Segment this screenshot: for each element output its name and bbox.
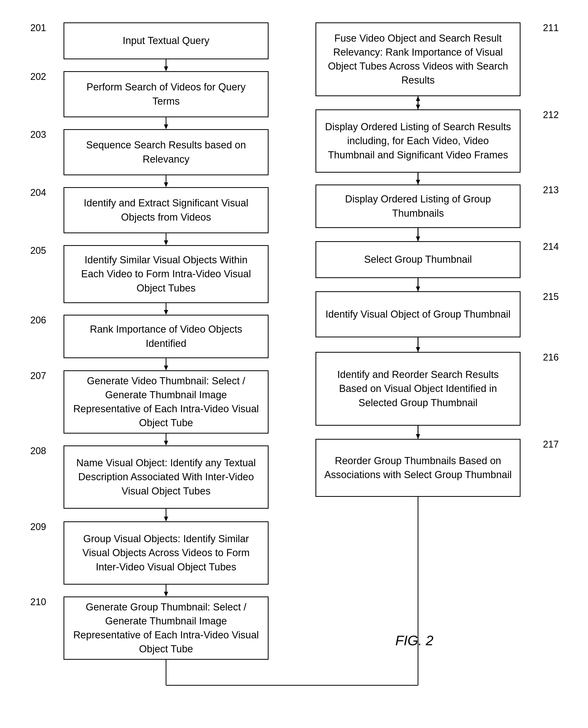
- step-label-209: 209: [30, 521, 46, 533]
- box-212: Display Ordered Listing of Search Result…: [315, 109, 521, 173]
- step-label-213: 213: [543, 185, 559, 195]
- box-201: Input Textual Query: [64, 22, 269, 59]
- step-label-204: 204: [30, 187, 46, 198]
- box-208: Name Visual Object: Identify any Textual…: [64, 445, 269, 509]
- svg-marker-11: [164, 366, 168, 370]
- svg-marker-33: [416, 434, 420, 439]
- step-label-212: 212: [543, 109, 559, 121]
- box-206-label: Rank Importance of Video Objects Identif…: [72, 323, 260, 350]
- box-217-label: Reorder Group Thumbnails Based on Associ…: [324, 454, 512, 482]
- svg-marker-27: [416, 236, 420, 241]
- box-210-label: Generate Group Thumbnail: Select / Gener…: [72, 600, 260, 656]
- svg-marker-5: [164, 182, 168, 187]
- step-label-201: 201: [30, 22, 46, 34]
- box-211: Fuse Video Object and Search Result Rele…: [315, 22, 521, 96]
- box-202-label: Perform Search of Videos for Query Terms: [72, 80, 260, 108]
- box-203: Sequence Search Results based on Relevan…: [64, 129, 269, 175]
- figure-label: FIG. 2: [395, 632, 433, 648]
- box-204: Identify and Extract Significant Visual …: [64, 187, 269, 233]
- box-202: Perform Search of Videos for Query Terms: [64, 71, 269, 117]
- svg-marker-29: [416, 287, 420, 291]
- box-215-label: Identify Visual Object of Group Thumbnai…: [326, 307, 510, 321]
- box-207-label: Generate Video Thumbnail: Select / Gener…: [72, 374, 260, 430]
- box-205-label: Identify Similar Visual Objects Within E…: [72, 253, 260, 295]
- step-label-202: 202: [30, 71, 46, 82]
- box-216-label: Identify and Reorder Search Results Base…: [324, 368, 512, 410]
- step-label-203: 203: [30, 129, 46, 140]
- svg-marker-7: [164, 241, 168, 245]
- step-label-208: 208: [30, 445, 46, 457]
- box-215: Identify Visual Object of Group Thumbnai…: [315, 291, 521, 337]
- box-201-label: Input Textual Query: [123, 34, 210, 48]
- step-label-210: 210: [30, 597, 46, 607]
- box-209: Group Visual Objects: Identify Similar V…: [64, 521, 269, 585]
- svg-marker-25: [416, 180, 420, 185]
- step-label-214: 214: [543, 241, 559, 252]
- step-label-216: 216: [543, 352, 559, 363]
- box-210: Generate Group Thumbnail: Select / Gener…: [64, 597, 269, 660]
- svg-marker-3: [164, 124, 168, 129]
- svg-marker-17: [164, 592, 168, 597]
- box-206: Rank Importance of Video Objects Identif…: [64, 315, 269, 358]
- step-label-206: 206: [30, 315, 46, 326]
- box-204-label: Identify and Extract Significant Visual …: [72, 196, 260, 224]
- box-214: Select Group Thumbnail: [315, 241, 521, 278]
- svg-marker-9: [164, 310, 168, 315]
- svg-marker-1: [164, 66, 168, 71]
- step-label-207: 207: [30, 370, 46, 381]
- step-label-205: 205: [30, 245, 46, 256]
- svg-marker-31: [416, 347, 420, 352]
- svg-marker-15: [164, 517, 168, 521]
- box-213-label: Display Ordered Listing of Group Thumbna…: [324, 192, 512, 220]
- step-label-217: 217: [543, 439, 559, 450]
- box-212-label: Display Ordered Listing of Search Result…: [324, 120, 512, 162]
- step-label-215: 215: [543, 291, 559, 302]
- svg-marker-21: [416, 96, 420, 101]
- box-207: Generate Video Thumbnail: Select / Gener…: [64, 370, 269, 434]
- box-217: Reorder Group Thumbnails Based on Associ…: [315, 439, 521, 497]
- box-203-label: Sequence Search Results based on Relevan…: [72, 138, 260, 166]
- svg-marker-23: [416, 105, 420, 109]
- svg-marker-13: [164, 441, 168, 445]
- box-214-label: Select Group Thumbnail: [364, 252, 472, 267]
- box-213: Display Ordered Listing of Group Thumbna…: [315, 185, 521, 228]
- box-208-label: Name Visual Object: Identify any Textual…: [72, 456, 260, 498]
- diagram-container: Input Textual Query 201 Perform Search o…: [0, 0, 588, 728]
- box-216: Identify and Reorder Search Results Base…: [315, 352, 521, 426]
- box-211-label: Fuse Video Object and Search Result Rele…: [324, 32, 512, 87]
- box-209-label: Group Visual Objects: Identify Similar V…: [72, 532, 260, 574]
- box-205: Identify Similar Visual Objects Within E…: [64, 245, 269, 303]
- step-label-211: 211: [543, 22, 559, 34]
